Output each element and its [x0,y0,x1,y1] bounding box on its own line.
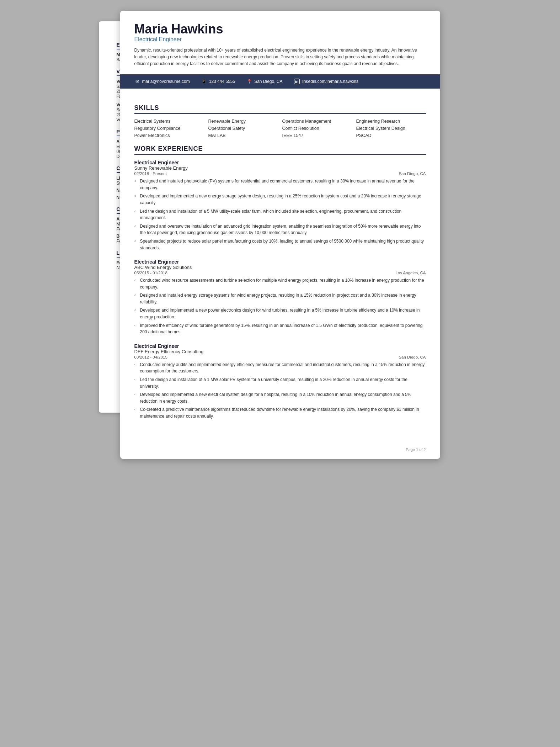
phone-value: 123 444 5555 [209,79,235,84]
contact-email: ✉ maria@novoresume.com [134,79,190,84]
job-2-dates: 05/2015 - 01/2018 [134,271,167,275]
resume-header: Maria Hawkins Electrical Engineer Dynami… [120,11,440,74]
phone-icon: 📱 [201,79,207,84]
list-item: Designed and installed photovoltaic (PV)… [134,178,426,191]
job-3-bullets: Conducted energy audits and implemented … [134,361,426,420]
skills-section-title: SKILLS [134,104,426,114]
job-3: Electrical Engineer DEF Energy Efficienc… [134,343,426,420]
work-experience-section-title: WORK EXPERIENCE [134,145,426,155]
linkedin-value: linkedin.com/in/maria.hawkins [302,79,358,84]
skill-item: Operational Safety [208,126,278,131]
job-2: Electrical Engineer ABC Wind Energy Solu… [134,259,426,335]
job-3-meta: 03/2012 - 04/2015 San Diego, CA [134,355,426,359]
list-item: Improved the efficiency of wind turbine … [134,322,426,335]
list-item: Conducted wind resource assessments and … [134,277,426,290]
skill-item: IEEE 1547 [282,133,352,138]
list-item: Spearheaded projects to reduce solar pan… [134,238,426,251]
list-item: Developed and implemented a new energy s… [134,193,426,206]
location-icon: 📍 [246,79,252,84]
skill-item: PSCAD [356,133,426,138]
contact-linkedin: in linkedin.com/in/maria.hawkins [294,79,358,84]
skill-item: Power Electronics [134,133,204,138]
candidate-summary: Dynamic, results-oriented professional w… [134,47,426,68]
contact-bar: ✉ maria@novoresume.com 📱 123 444 5555 📍 … [120,74,440,89]
job-2-location: Los Angeles, CA [395,271,426,275]
page-1-number: Page 1 of 2 [120,442,440,459]
job-1-meta: 02/2018 - Present San Diego, CA [134,171,426,176]
job-2-title: Electrical Engineer [134,259,426,265]
list-item: Conducted energy audits and implemented … [134,361,426,375]
job-1-bullets: Designed and installed photovoltaic (PV)… [134,178,426,251]
skill-item: Renewable Energy [208,119,278,124]
job-3-company: DEF Energy Efficiency Consulting [134,349,426,354]
candidate-name: Maria Hawkins [134,22,426,36]
candidate-title: Electrical Engineer [134,36,426,43]
job-1-dates: 02/2018 - Present [134,171,167,176]
email-icon: ✉ [134,79,140,84]
job-3-location: San Diego, CA [399,355,426,359]
skill-item: MATLAB [208,133,278,138]
skill-item: Electrical System Design [356,126,426,131]
job-2-company: ABC Wind Energy Solutions [134,265,426,270]
contact-phone: 📱 123 444 5555 [201,79,235,84]
list-item: Designed and oversaw the installation of… [134,223,426,236]
list-item: Co-created a predictive maintenance algo… [134,406,426,419]
skill-item: Regulatory Compliance [134,126,204,131]
job-2-meta: 05/2015 - 01/2018 Los Angeles, CA [134,271,426,275]
list-item: Developed and implemented a new power el… [134,307,426,320]
skills-grid: Electrical SystemsRenewable EnergyOperat… [134,119,426,138]
job-1-company: Sunny Renewable Energy [134,165,426,171]
linkedin-icon: in [294,79,300,84]
list-item: Led the design and installation of a 5 M… [134,208,426,221]
skill-item: Electrical Systems [134,119,204,124]
job-2-bullets: Conducted wind resource assessments and … [134,277,426,335]
list-item: Led the design and installation of a 1 M… [134,376,426,390]
skill-item: Conflict Resolution [282,126,352,131]
job-3-title: Electrical Engineer [134,343,426,349]
email-value: maria@novoresume.com [142,79,190,84]
job-1-location: San Diego, CA [399,171,426,176]
job-1-title: Electrical Engineer [134,160,426,165]
location-value: San Diego, CA [254,79,282,84]
page-1: Maria Hawkins Electrical Engineer Dynami… [120,11,440,459]
job-3-dates: 03/2012 - 04/2015 [134,355,167,359]
list-item: Designed and installed energy storage sy… [134,292,426,305]
contact-location: 📍 San Diego, CA [246,79,282,84]
resume-body: SKILLS Electrical SystemsRenewable Energ… [120,89,440,441]
list-item: Developed and implemented a new electric… [134,391,426,404]
job-1: Electrical Engineer Sunny Renewable Ener… [134,160,426,251]
skill-item: Engineering Research [356,119,426,124]
skill-item: Operations Management [282,119,352,124]
